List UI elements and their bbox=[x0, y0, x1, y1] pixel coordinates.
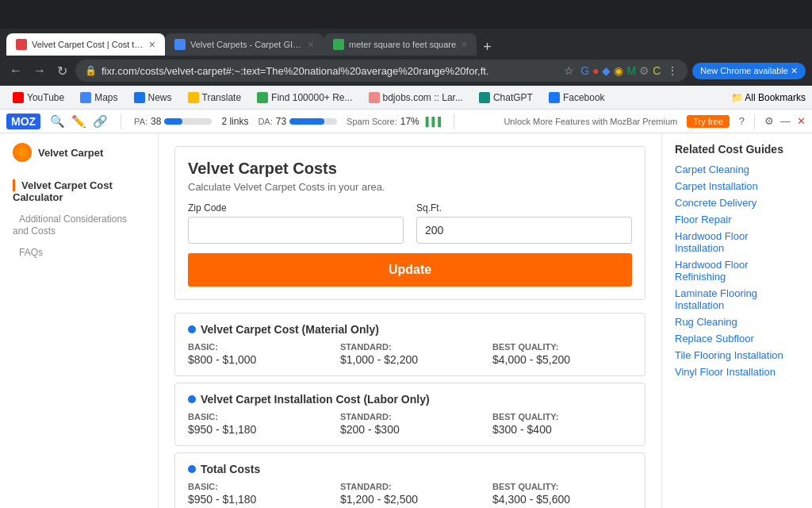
blue-dot-0 bbox=[188, 325, 196, 333]
sidebar: Velvet Carpet Velvet Carpet Cost Calcula… bbox=[0, 133, 159, 508]
sidebar-link-considerations[interactable]: Additional Considerations and Costs bbox=[13, 214, 127, 237]
related-item-0[interactable]: Carpet Cleaning bbox=[675, 164, 799, 175]
cost-section-title-2: Total Costs bbox=[188, 463, 632, 475]
moz-logo: MOZ bbox=[6, 114, 40, 129]
moz-spam: Spam Score: 17% ▐▐▐ bbox=[347, 116, 441, 127]
related-item-10[interactable]: Vinyl Floor Installation bbox=[675, 366, 799, 378]
blue-dot-2 bbox=[188, 465, 196, 473]
related-title: Related Cost Guides bbox=[675, 143, 799, 156]
sidebar-link-calculator[interactable]: Velvet Carpet Cost Calculator bbox=[13, 179, 113, 203]
bookmark-news[interactable]: News bbox=[128, 90, 178, 105]
moz-minimize-icon[interactable]: — bbox=[780, 115, 791, 127]
related-link-6[interactable]: Laminate Flooring Installation bbox=[675, 287, 757, 311]
related-link-9[interactable]: Tile Flooring Installation bbox=[675, 349, 783, 361]
find-favicon bbox=[257, 92, 268, 103]
tab-2[interactable]: Velvet Carpets - Carpet GIA... × bbox=[165, 33, 324, 56]
cost-best-2: BEST QUALITY: $4,300 - $5,600 bbox=[492, 482, 632, 506]
related-item-3[interactable]: Floor Repair bbox=[675, 214, 799, 225]
zip-input-group: Zip Code bbox=[188, 202, 404, 244]
tab1-favicon bbox=[16, 39, 27, 50]
forward-button[interactable]: → bbox=[30, 60, 49, 81]
related-item-2[interactable]: Concrete Delivery bbox=[675, 197, 799, 209]
zip-input[interactable] bbox=[188, 217, 404, 244]
translate-favicon bbox=[188, 92, 199, 103]
tab1-title: Velvet Carpet Cost | Cost to... bbox=[32, 40, 144, 49]
tab2-title: Velvet Carpets - Carpet GIA... bbox=[190, 40, 303, 49]
related-link-0[interactable]: Carpet Cleaning bbox=[675, 164, 749, 175]
sidebar-link-faqs[interactable]: FAQs bbox=[13, 247, 43, 258]
sqft-input-group: Sq.Ft. bbox=[416, 202, 632, 244]
right-panel: Related Cost Guides Carpet CleaningCarpe… bbox=[661, 133, 812, 508]
moz-links-value: 2 links bbox=[221, 116, 248, 127]
related-link-4[interactable]: Hardwood Floor Installation bbox=[675, 230, 749, 254]
star-icon[interactable]: ☆ bbox=[564, 64, 574, 77]
bookmark-find[interactable]: Find 100000+ Re... bbox=[251, 90, 358, 105]
moz-icons: 🔍 ✏️ 🔗 bbox=[50, 114, 108, 129]
related-item-8[interactable]: Replace Subfloor bbox=[675, 333, 799, 344]
update-button[interactable]: Update bbox=[188, 253, 632, 287]
calc-title: Velvet Carpet Costs bbox=[188, 160, 632, 178]
related-link-2[interactable]: Concrete Delivery bbox=[675, 197, 756, 209]
related-link-1[interactable]: Carpet Installation bbox=[675, 180, 758, 192]
new-chrome-button[interactable]: New Chrome available ✕ bbox=[692, 63, 806, 79]
reload-button[interactable]: ↻ bbox=[54, 60, 71, 82]
moz-pa-value: 38 bbox=[151, 116, 161, 127]
tab1-close[interactable]: × bbox=[149, 38, 155, 51]
moz-settings-icon[interactable]: ⚙ bbox=[764, 115, 774, 127]
bookmark-translate[interactable]: Translate bbox=[182, 90, 248, 105]
chat-favicon bbox=[479, 92, 490, 103]
related-item-4[interactable]: Hardwood Floor Installation bbox=[675, 230, 799, 254]
tab-3[interactable]: meter square to feet square × bbox=[324, 33, 477, 56]
tab2-close[interactable]: × bbox=[308, 38, 314, 51]
tab-1[interactable]: Velvet Carpet Cost | Cost to... × bbox=[6, 33, 165, 56]
bookmark-facebook[interactable]: Facebook bbox=[542, 90, 611, 105]
cost-section-title-text-1: Velvet Carpet Installation Cost (Labor O… bbox=[201, 393, 430, 406]
bookmark-maps[interactable]: Maps bbox=[74, 90, 124, 105]
related-item-6[interactable]: Laminate Flooring Installation bbox=[675, 287, 799, 311]
tab3-favicon bbox=[333, 39, 344, 50]
address-bar[interactable]: 🔒 fixr.com/costs/velvet-carpet#:~:text=T… bbox=[75, 60, 688, 82]
related-link-3[interactable]: Floor Repair bbox=[675, 214, 732, 225]
sqft-input[interactable] bbox=[416, 217, 632, 244]
bookmark-chatgpt-label: ChatGPT bbox=[493, 92, 533, 103]
related-item-5[interactable]: Hardwood Floor Refinishing bbox=[675, 259, 799, 283]
related-link-10[interactable]: Vinyl Floor Installation bbox=[675, 366, 776, 378]
related-link-7[interactable]: Rug Cleaning bbox=[675, 316, 737, 328]
cost-standard-2: STANDARD: $1,200 - $2,500 bbox=[340, 482, 480, 506]
back-button[interactable]: ← bbox=[6, 60, 25, 81]
moz-pa-bar bbox=[164, 118, 212, 125]
moz-close-icon[interactable]: ✕ bbox=[797, 115, 806, 127]
bookmark-youtube[interactable]: YouTube bbox=[6, 90, 71, 105]
tab3-close[interactable]: × bbox=[461, 38, 467, 51]
cost-best-0: BEST QUALITY: $4,000 - $5,200 bbox=[492, 342, 632, 366]
bookmark-maps-label: Maps bbox=[94, 92, 117, 103]
address-bar-row: ← → ↻ 🔒 fixr.com/costs/velvet-carpet#:~:… bbox=[0, 56, 812, 86]
address-text: fixr.com/costs/velvet-carpet#:~:text=The… bbox=[102, 65, 559, 77]
cost-section-1: Velvet Carpet Installation Cost (Labor O… bbox=[174, 383, 645, 446]
related-link-5[interactable]: Hardwood Floor Refinishing bbox=[675, 259, 749, 283]
bookmarks-right: 📁 All Bookmarks bbox=[731, 92, 806, 103]
moz-link-icon[interactable]: 🔗 bbox=[93, 114, 108, 129]
sidebar-item-considerations[interactable]: Additional Considerations and Costs bbox=[13, 208, 145, 241]
new-tab-button[interactable]: + bbox=[477, 39, 498, 56]
related-item-7[interactable]: Rug Cleaning bbox=[675, 316, 799, 328]
menu-icon[interactable]: ⋮ bbox=[667, 64, 678, 77]
sidebar-item-faqs[interactable]: FAQs bbox=[13, 241, 145, 263]
moz-edit-icon[interactable]: ✏️ bbox=[71, 114, 86, 129]
bookmark-chatgpt[interactable]: ChatGPT bbox=[473, 90, 539, 105]
moz-pa-fill bbox=[164, 118, 182, 125]
moz-help-icon[interactable]: ? bbox=[739, 115, 745, 127]
moz-try-button[interactable]: Try free bbox=[687, 115, 730, 128]
sidebar-item-calculator[interactable]: Velvet Carpet Cost Calculator bbox=[13, 175, 145, 208]
bookmark-bdjobs[interactable]: bdjobs.com :: Lar... bbox=[362, 90, 469, 105]
bookmark-find-label: Find 100000+ Re... bbox=[271, 92, 352, 103]
cost-standard-0: STANDARD: $1,000 - $2,200 bbox=[340, 342, 480, 366]
bookmark-youtube-label: YouTube bbox=[27, 92, 64, 103]
extensions-icon[interactable]: G ● ◆ ◉ M ⚙ C bbox=[580, 64, 661, 77]
related-item-9[interactable]: Tile Flooring Installation bbox=[675, 349, 799, 361]
related-item-1[interactable]: Carpet Installation bbox=[675, 180, 799, 192]
all-bookmarks-icon[interactable]: 📁 All Bookmarks bbox=[731, 92, 806, 103]
moz-search-icon[interactable]: 🔍 bbox=[50, 114, 65, 129]
related-link-8[interactable]: Replace Subfloor bbox=[675, 333, 754, 344]
maps-favicon bbox=[80, 92, 91, 103]
